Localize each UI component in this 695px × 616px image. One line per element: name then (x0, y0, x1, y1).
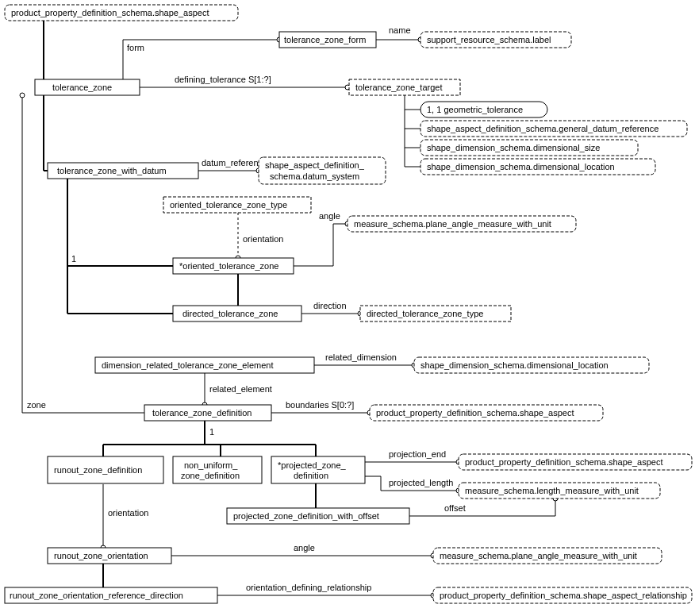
svg-text:non_uniform_: non_uniform_ (184, 460, 238, 470)
node-runout-zone-orientation-ref-dir: runout_zone_orientation_reference_direct… (5, 587, 217, 603)
svg-text:directed_tolerance_zone_type: directed_tolerance_zone_type (367, 309, 483, 318)
node-shape-aspect: product_property_definition_schema.shape… (5, 5, 238, 21)
label-projected-length: projected_length (389, 478, 453, 487)
node-plane-angle-measure: measure_schema.plane_angle_measure_with_… (348, 216, 576, 232)
svg-text:definition: definition (294, 471, 328, 480)
node-length-measure: measure_schema.length_measure_with_unit (459, 483, 660, 499)
label-orientation-defining-relationship: orientation_defining_relationship (246, 583, 371, 592)
label-orientation2: orientation (108, 508, 148, 518)
node-general-datum-ref: shape_aspect_definition_schema.general_d… (420, 121, 687, 137)
svg-text:1, 1 geometric_tolerance: 1, 1 geometric_tolerance (427, 105, 523, 114)
label-form: form (127, 43, 144, 52)
svg-text:product_property_definition_sc: product_property_definition_schema.shape… (465, 457, 663, 467)
node-runout-zone-orientation: runout_zone_orientation (48, 548, 171, 564)
label-related-element: related_element (209, 384, 272, 394)
svg-text:*projected_zone_: *projected_zone_ (278, 460, 347, 470)
svg-point-35 (20, 93, 25, 98)
label-related-dimension: related_dimension (325, 352, 397, 362)
svg-text:directed_tolerance_zone: directed_tolerance_zone (182, 309, 278, 318)
svg-text:tolerance_zone_target: tolerance_zone_target (355, 83, 442, 92)
svg-text:tolerance_zone: tolerance_zone (52, 83, 112, 92)
svg-text:schema.datum_system: schema.datum_system (270, 171, 359, 181)
svg-text:zone_definition: zone_definition (181, 471, 240, 480)
svg-text:measure_schema.length_measure_: measure_schema.length_measure_with_unit (465, 486, 639, 495)
label-zone: zone (27, 400, 46, 410)
node-oriented-tz-type: oriented_tolerance_zone_type (163, 197, 311, 213)
svg-text:shape_aspect_definition_schema: shape_aspect_definition_schema.general_d… (427, 124, 659, 133)
svg-text:measure_schema.plane_angle_mea: measure_schema.plane_angle_measure_with_… (354, 219, 551, 229)
svg-text:runout_zone_definition: runout_zone_definition (54, 465, 142, 475)
svg-text:product_property_definition_sc: product_property_definition_schema.shape… (11, 8, 209, 17)
label-offset: offset (444, 503, 466, 513)
node-oriented-tolerance-zone: *oriented_tolerance_zone (173, 258, 294, 274)
node-dimensional-location: shape_dimension_schema.dimensional_locat… (420, 159, 655, 175)
svg-text:shape_dimension_schema.dimensi: shape_dimension_schema.dimensional_size (427, 143, 600, 152)
node-tolerance-zone-form: tolerance_zone_form (279, 32, 376, 48)
node-geometric-tolerance: 1, 1 geometric_tolerance (420, 102, 547, 117)
label-boundaries: boundaries S[0:?] (286, 400, 354, 410)
node-dim-related-tz-element: dimension_related_tolerance_zone_element (95, 357, 314, 373)
label-angle2: angle (294, 543, 315, 552)
node-non-uniform-zone-def: non_uniform_ zone_definition (173, 456, 262, 483)
node-plane-angle-measure2: measure_schema.plane_angle_measure_with_… (433, 548, 662, 564)
svg-text:runout_zone_orientation_refere: runout_zone_orientation_reference_direct… (10, 591, 183, 600)
svg-text:oriented_tolerance_zone_type: oriented_tolerance_zone_type (170, 200, 287, 210)
label-defining-tolerance: defining_tolerance S[1:?] (175, 75, 271, 84)
svg-text:tolerance_zone_with_datum: tolerance_zone_with_datum (57, 166, 167, 175)
label-name: name (389, 25, 411, 35)
label-one: 1 (71, 254, 76, 264)
node-tolerance-zone: tolerance_zone (35, 79, 140, 95)
node-shape-aspect2: product_property_definition_schema.shape… (370, 405, 603, 421)
node-projected-zone-def-offset: projected_zone_definition_with_offset (227, 508, 409, 524)
svg-text:shape_dimension_schema.dimensi: shape_dimension_schema.dimensional_locat… (420, 360, 609, 370)
label-direction: direction (313, 301, 347, 310)
label-one-2: 1 (209, 427, 214, 437)
svg-text:shape_aspect_definition_: shape_aspect_definition_ (265, 160, 365, 170)
node-shape-aspect3: product_property_definition_schema.shape… (459, 454, 692, 470)
svg-text:dimension_related_tolerance_zo: dimension_related_tolerance_zone_element (102, 360, 273, 370)
node-directed-tz-type: directed_tolerance_zone_type (360, 306, 511, 321)
node-tolerance-zone-definition: tolerance_zone_definition (144, 405, 271, 421)
node-dimensional-size: shape_dimension_schema.dimensional_size (420, 140, 638, 156)
node-datum-system: shape_aspect_definition_ schema.datum_sy… (259, 157, 386, 184)
node-support-label: support_resource_schema.label (420, 32, 571, 48)
node-directed-tolerance-zone: directed_tolerance_zone (173, 306, 301, 321)
label-angle: angle (319, 211, 340, 221)
svg-text:tolerance_zone_definition: tolerance_zone_definition (152, 408, 252, 418)
svg-text:product_property_definition_sc: product_property_definition_schema.shape… (440, 591, 687, 600)
label-projection-end: projection_end (389, 449, 446, 459)
svg-text:*oriented_tolerance_zone: *oriented_tolerance_zone (179, 261, 278, 271)
svg-text:runout_zone_orientation: runout_zone_orientation (54, 551, 148, 560)
node-dimensional-location2: shape_dimension_schema.dimensional_locat… (414, 357, 649, 373)
node-runout-zone-definition: runout_zone_definition (48, 456, 163, 483)
svg-text:shape_dimension_schema.dimensi: shape_dimension_schema.dimensional_locat… (427, 162, 615, 171)
node-projected-zone-def: *projected_zone_ definition (271, 456, 365, 483)
svg-text:product_property_definition_sc: product_property_definition_schema.shape… (376, 408, 574, 418)
svg-text:support_resource_schema.label: support_resource_schema.label (427, 35, 551, 44)
svg-text:tolerance_zone_form: tolerance_zone_form (284, 35, 366, 44)
label-orientation: orientation (243, 234, 283, 244)
node-tolerance-zone-with-datum: tolerance_zone_with_datum (48, 163, 198, 179)
svg-text:measure_schema.plane_angle_mea: measure_schema.plane_angle_measure_with_… (440, 551, 637, 560)
svg-text:projected_zone_definition_with: projected_zone_definition_with_offset (233, 511, 379, 521)
label-datum-reference: datum_reference (202, 158, 267, 167)
node-tolerance-zone-target: tolerance_zone_target (349, 79, 460, 95)
node-shape-aspect-relationship: product_property_definition_schema.shape… (433, 587, 692, 603)
